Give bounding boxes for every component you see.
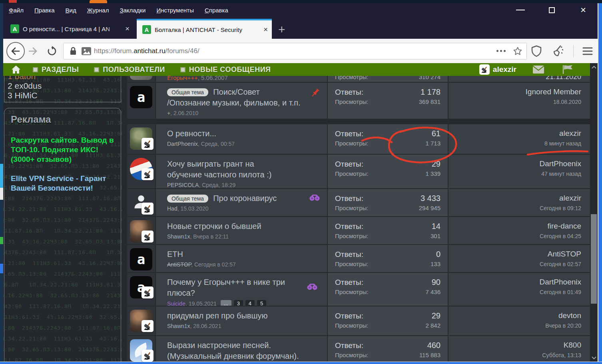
top-users-box: 1 baton 2 ex0dus 3 HiMiC bbox=[4, 76, 121, 102]
thread-avatar[interactable] bbox=[130, 76, 152, 80]
thread-avatar[interactable]: a bbox=[130, 248, 152, 271]
thread-avatar[interactable]: a bbox=[130, 86, 152, 108]
menu-help[interactable]: Справка bbox=[205, 7, 228, 14]
last-poster[interactable]: alexzir bbox=[453, 129, 581, 138]
menu-edit[interactable]: Правка bbox=[34, 7, 55, 14]
top-user-item[interactable]: 2 ex0dus bbox=[8, 81, 118, 91]
last-post-time[interactable]: Вчера в 20:20 bbox=[453, 322, 581, 329]
thread-author[interactable]: Егорыч+++ bbox=[167, 76, 198, 81]
tab-close-icon[interactable]: × bbox=[263, 25, 268, 34]
scroll-down-icon[interactable] bbox=[590, 354, 598, 362]
thread-author[interactable]: AntiSTOP bbox=[167, 261, 191, 268]
top-user-item[interactable]: 1 baton bbox=[8, 76, 118, 81]
forward-button[interactable] bbox=[25, 43, 41, 59]
close-button[interactable]: × bbox=[574, 6, 592, 14]
last-poster[interactable]: DartPhoenix bbox=[453, 159, 581, 168]
tab-inactive[interactable]: A О ревности... | Страница 4 | AN × bbox=[5, 19, 134, 39]
page-ellipsis[interactable]: ... bbox=[221, 300, 231, 306]
menu-view[interactable]: Вид bbox=[66, 7, 76, 14]
nav-sections[interactable]: РАЗДЕЛЫ bbox=[33, 66, 79, 74]
user-avatar[interactable] bbox=[479, 64, 490, 75]
page-actions-icon[interactable] bbox=[496, 50, 506, 52]
last-poster[interactable]: alexzir bbox=[453, 194, 581, 203]
last-post-time[interactable]: Сегодня в 09:12 bbox=[453, 205, 581, 211]
url-bar[interactable]: https://forum.antichat.ru/forums/46/ bbox=[63, 43, 527, 60]
menu-tools[interactable]: Инструменты bbox=[156, 7, 194, 14]
thread-author[interactable]: PEPSICOLA bbox=[167, 182, 199, 188]
thread-prefix-badge[interactable]: Общая тема bbox=[167, 195, 208, 203]
thread-title[interactable]: ETH bbox=[167, 249, 321, 260]
browser-window: Файл Правка Вид Журнал Закладки Инструме… bbox=[0, 0, 602, 364]
last-poster[interactable]: K800 bbox=[453, 341, 581, 350]
last-post-time[interactable]: 8 минут назад bbox=[453, 140, 581, 147]
last-poster[interactable]: Ignored Member bbox=[453, 88, 581, 96]
nav-users[interactable]: ПОЛЬЗОВАТЕЛИ bbox=[94, 66, 165, 74]
toolbar-icons bbox=[531, 45, 598, 58]
forget-broom-icon[interactable] bbox=[551, 45, 564, 58]
home-icon[interactable] bbox=[11, 65, 21, 74]
page-scrollbar[interactable] bbox=[590, 63, 598, 362]
last-poster[interactable]: fire-dance bbox=[453, 222, 581, 231]
page-link[interactable]: 3 bbox=[234, 300, 243, 306]
last-post-time[interactable]: Сегодня в 02:57 bbox=[453, 261, 581, 267]
page-link[interactable]: 4 bbox=[245, 300, 255, 306]
pinned-pin-icon bbox=[309, 88, 321, 100]
last-post-time[interactable]: 21.11.2020 bbox=[453, 76, 581, 81]
messages-envelope-icon[interactable] bbox=[532, 65, 544, 74]
maximize-button[interactable] bbox=[549, 7, 555, 13]
tab-active[interactable]: A Болталка | ANTICHAT - Security × bbox=[137, 19, 272, 39]
thread-author[interactable]: DartPhoenix bbox=[167, 141, 198, 147]
flag-icon[interactable] bbox=[562, 65, 573, 74]
last-poster[interactable]: devton bbox=[453, 311, 581, 320]
new-tab-button[interactable]: + bbox=[278, 24, 285, 36]
hamburger-menu-icon[interactable] bbox=[582, 46, 593, 56]
thread-title[interactable]: Хочу выиграть грант на обучение частного… bbox=[167, 159, 279, 180]
menu-bookmarks[interactable]: Закладки bbox=[120, 7, 146, 14]
thread-author[interactable]: Suicide bbox=[167, 300, 185, 306]
scrollbar-thumb[interactable] bbox=[591, 214, 597, 304]
thread-title[interactable]: Про коронавирус bbox=[213, 193, 277, 204]
tracking-protection-shield-icon[interactable] bbox=[531, 45, 542, 57]
thread-title[interactable]: О ревности... bbox=[167, 128, 321, 139]
hammer-badge-icon bbox=[142, 350, 153, 362]
last-poster[interactable]: AntiSTOP bbox=[453, 250, 581, 259]
thread-title[interactable]: Почему у Егорыч+++ в нике три плюса? bbox=[167, 277, 302, 298]
ad-link-seo[interactable]: Раскрутка сайтов. Вывод в ТОП-10. Поднят… bbox=[11, 135, 120, 164]
thread-date: , Среда, 00:57 bbox=[198, 141, 235, 147]
page-link[interactable]: 5 bbox=[257, 300, 266, 306]
menu-file[interactable]: Файл bbox=[9, 7, 24, 14]
thread-title-line2[interactable]: /Опознание музыки, фильмов, и т.п. bbox=[167, 97, 321, 108]
last-post-time[interactable]: 47 минут назад bbox=[453, 171, 581, 177]
thread-title[interactable]: Поиск/Совет bbox=[213, 87, 260, 97]
tab-close-icon[interactable]: × bbox=[125, 24, 130, 33]
last-post-time[interactable]: 18.08.2020 bbox=[453, 99, 581, 105]
thread-title-line2[interactable]: (Музыкальный дневник форумчан). bbox=[167, 351, 321, 362]
bookmark-star-icon[interactable] bbox=[513, 46, 522, 56]
scroll-up-icon[interactable] bbox=[590, 63, 598, 71]
url-domain: antichat.ru bbox=[134, 47, 165, 55]
replies-value: 29 bbox=[432, 159, 441, 169]
ad-link-vpn[interactable]: Elite VPN Service - Гарант Вашей Безопас… bbox=[11, 174, 120, 193]
thread-date: , Сегодня в 02:57 bbox=[191, 261, 236, 268]
back-button[interactable] bbox=[6, 42, 25, 60]
last-poster[interactable]: DartPhoenix bbox=[453, 278, 581, 286]
thread-title[interactable]: Вырази настроение песней. bbox=[167, 340, 321, 351]
thread-author[interactable]: + bbox=[167, 110, 170, 116]
minimize-button[interactable] bbox=[516, 10, 525, 10]
nav-new-messages[interactable]: НОВЫЕ СООБЩЕНИЯ bbox=[180, 66, 271, 74]
replies-label: Ответы: bbox=[335, 278, 363, 287]
thread-author[interactable]: Shawn1x bbox=[167, 323, 190, 329]
thread-title[interactable]: придумал реп про бывшую bbox=[167, 310, 321, 321]
thread-author[interactable]: Had bbox=[167, 205, 177, 212]
menu-history[interactable]: Журнал bbox=[87, 7, 109, 14]
ads-box: Реклама Раскрутка сайтов. Вывод в ТОП-10… bbox=[4, 108, 121, 362]
thread-title[interactable]: Новые строчки о бывшей bbox=[167, 221, 321, 232]
last-post-time[interactable]: Сегодня в 04:25 bbox=[453, 233, 581, 239]
logged-in-username[interactable]: alexzir bbox=[493, 65, 516, 74]
thread-prefix-badge[interactable]: Общая тема bbox=[167, 88, 208, 96]
reload-button[interactable] bbox=[44, 43, 60, 59]
last-post-time[interactable]: Суббота, 13:13 bbox=[453, 352, 581, 358]
top-user-item[interactable]: 3 HiMiC bbox=[8, 91, 118, 100]
thread-author[interactable]: Shawn1x bbox=[167, 233, 190, 240]
last-post-time[interactable]: Сегодня в 01:49 bbox=[453, 289, 581, 295]
